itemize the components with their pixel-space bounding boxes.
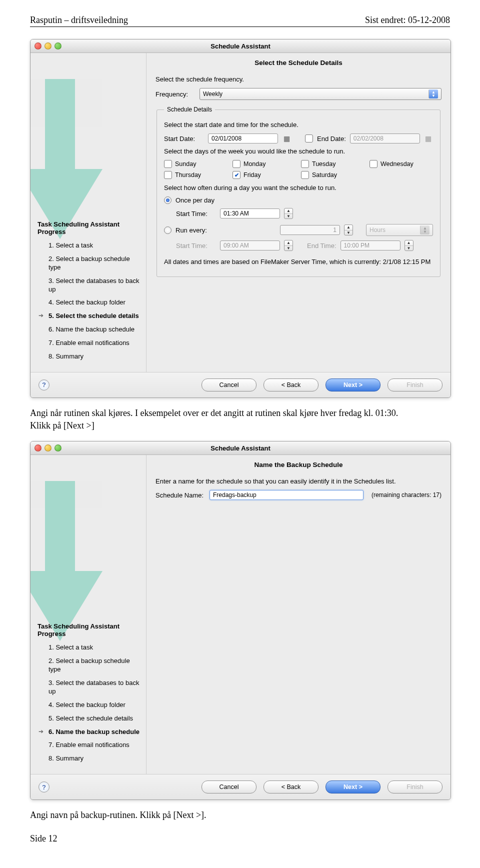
doc-header-right: Sist endret: 05-12-2008 bbox=[365, 15, 450, 26]
day-grid: Sunday Monday Tuesday Wednesday Thursday… bbox=[164, 160, 433, 179]
step-4: 4. Select the backup folder bbox=[48, 298, 141, 307]
sidebar: Task Scheduling Assistant Progress 1. Se… bbox=[30, 455, 146, 774]
end-date-input: 02/02/2008 bbox=[350, 134, 420, 144]
main-panel: Select the Schedule Details Select the s… bbox=[146, 53, 450, 372]
range-end-input: 10:00 PM bbox=[340, 240, 400, 250]
calendar-icon: ▦ bbox=[424, 134, 433, 143]
sidebar: Task Scheduling Assistant Progress 1. Se… bbox=[30, 53, 146, 372]
frequency-select[interactable]: Weekly ▲▼ bbox=[200, 88, 442, 100]
window-title: Schedule Assistant bbox=[30, 444, 450, 452]
calendar-icon[interactable]: ▦ bbox=[282, 134, 291, 143]
once-per-day-radio[interactable] bbox=[164, 196, 172, 204]
wizard-bg-arrow-icon bbox=[30, 481, 102, 641]
frequency-value: Weekly bbox=[203, 90, 222, 98]
doc-header-left: Rasputin – driftsveiledning bbox=[30, 15, 128, 26]
schedule-name-label: Schedule Name: bbox=[156, 492, 206, 499]
select-caret-icon: ▲▼ bbox=[420, 226, 430, 234]
name-instruction: Enter a name for the schedule so that yo… bbox=[156, 478, 442, 485]
window-schedule-details: Schedule Assistant Task Scheduling Assis… bbox=[30, 39, 451, 398]
run-every-radio[interactable] bbox=[164, 226, 172, 234]
start-date-input[interactable]: 02/01/2008 bbox=[208, 134, 278, 144]
window-title: Schedule Assistant bbox=[30, 42, 450, 50]
step-2: 2. Select a backup schedule type bbox=[48, 255, 141, 272]
current-step-indicator-icon: ➔ bbox=[38, 728, 44, 736]
doc-paragraph-2: Angi navn på backup-rutinen. Klikk på [N… bbox=[30, 809, 450, 822]
panel-heading: Select the Schedule Details bbox=[156, 59, 442, 66]
panel-heading: Name the Backup Schedule bbox=[156, 461, 442, 468]
frequency-label: Frequency: bbox=[156, 90, 196, 98]
range-end-stepper: ▲▼ bbox=[404, 240, 414, 251]
schedule-details-legend: Schedule Details bbox=[164, 106, 215, 113]
end-date-checkbox[interactable] bbox=[305, 134, 313, 142]
svg-marker-0 bbox=[30, 79, 102, 239]
window-name-schedule: Schedule Assistant Task Scheduling Assis… bbox=[30, 441, 451, 800]
start-date-label: Start Date: bbox=[164, 135, 204, 142]
once-per-day-label: Once per day bbox=[176, 196, 214, 204]
day-saturday-label: Saturday bbox=[312, 172, 337, 178]
next-button[interactable]: Next > bbox=[326, 780, 380, 794]
days-instruction: Select the days of the week you would li… bbox=[164, 148, 433, 155]
step-7: 7. Enable email notifications bbox=[48, 741, 141, 750]
day-friday-label: Friday bbox=[244, 172, 261, 178]
range-start-stepper: ▲▼ bbox=[284, 240, 293, 251]
titlebar: Schedule Assistant bbox=[30, 442, 450, 455]
day-saturday-checkbox[interactable] bbox=[301, 171, 309, 179]
range-start-input: 09:00 AM bbox=[220, 240, 280, 250]
step-1: 1. Select a task bbox=[48, 242, 141, 250]
day-sunday-checkbox[interactable] bbox=[164, 160, 172, 168]
step-2: 2. Select a backup schedule type bbox=[48, 657, 141, 674]
frequency-instruction: Select the schedule frequency. bbox=[156, 76, 442, 83]
back-button[interactable]: < Back bbox=[264, 378, 318, 392]
cancel-button[interactable]: Cancel bbox=[202, 378, 256, 392]
starttime-stepper[interactable]: ▲▼ bbox=[284, 208, 293, 219]
step-7: 7. Enable email notifications bbox=[48, 339, 141, 348]
remaining-chars: (remaining characters: 17) bbox=[372, 492, 442, 498]
wizard-bg-arrow-icon bbox=[30, 79, 102, 239]
range-end-label: End Time: bbox=[307, 242, 336, 250]
starttime-input[interactable]: 01:30 AM bbox=[220, 208, 280, 218]
runfreq-instruction: Select how often during a day you want t… bbox=[164, 184, 433, 192]
finish-button: Finish bbox=[388, 780, 442, 794]
svg-marker-1 bbox=[30, 481, 102, 641]
day-thursday-label: Thursday bbox=[175, 172, 201, 178]
select-caret-icon: ▲▼ bbox=[428, 90, 438, 98]
step-5: 5. Select the schedule details bbox=[48, 312, 141, 320]
end-date-label: End Date: bbox=[317, 135, 346, 142]
day-tuesday-label: Tuesday bbox=[312, 160, 336, 168]
day-monday-checkbox[interactable] bbox=[232, 160, 240, 168]
day-thursday-checkbox[interactable] bbox=[164, 171, 172, 179]
startdate-instruction: Select the start date and time for the s… bbox=[164, 121, 433, 128]
step-1: 1. Select a task bbox=[48, 644, 141, 652]
run-every-stepper: ▲▼ bbox=[344, 224, 353, 236]
step-5: 5. Select the schedule details bbox=[48, 714, 141, 723]
run-every-label: Run every: bbox=[176, 226, 207, 234]
sidebar-title: Task Scheduling Assistant Progress bbox=[38, 622, 141, 638]
help-icon[interactable]: ? bbox=[38, 380, 50, 390]
day-monday-label: Monday bbox=[244, 160, 266, 168]
schedule-name-input[interactable]: Fredags-backup bbox=[210, 490, 364, 500]
day-sunday-label: Sunday bbox=[175, 160, 196, 168]
starttime-label: Start Time: bbox=[176, 210, 216, 218]
run-every-unit-select: Hours ▲▼ bbox=[366, 224, 433, 236]
run-every-unit-value: Hours bbox=[370, 226, 386, 234]
sidebar-title: Task Scheduling Assistant Progress bbox=[38, 220, 141, 236]
doc-paragraph-1: Angi når rutinen skal kjøres. I eksempel… bbox=[30, 407, 450, 432]
current-step-indicator-icon: ➔ bbox=[38, 312, 44, 320]
next-button[interactable]: Next > bbox=[326, 378, 380, 392]
help-icon[interactable]: ? bbox=[38, 782, 50, 792]
titlebar: Schedule Assistant bbox=[30, 40, 450, 53]
window-footer: ? Cancel < Back Next > Finish bbox=[30, 774, 450, 800]
schedule-details-fieldset: Schedule Details Select the start date a… bbox=[156, 106, 440, 277]
day-wednesday-checkbox[interactable] bbox=[370, 160, 378, 168]
step-3: 3. Select the databases to back up bbox=[48, 679, 141, 696]
step-8: 8. Summary bbox=[48, 754, 141, 763]
day-tuesday-checkbox[interactable] bbox=[301, 160, 309, 168]
step-6: 6. Name the backup schedule bbox=[48, 326, 141, 334]
main-panel: Name the Backup Schedule Enter a name fo… bbox=[146, 455, 450, 774]
back-button[interactable]: < Back bbox=[264, 780, 318, 794]
server-time-note: All dates and times are based on FileMak… bbox=[164, 258, 433, 266]
day-friday-checkbox[interactable]: ✔ bbox=[232, 171, 240, 179]
step-4: 4. Select the backup folder bbox=[48, 701, 141, 710]
step-6: 6. Name the backup schedule bbox=[48, 728, 141, 736]
cancel-button[interactable]: Cancel bbox=[202, 780, 256, 794]
